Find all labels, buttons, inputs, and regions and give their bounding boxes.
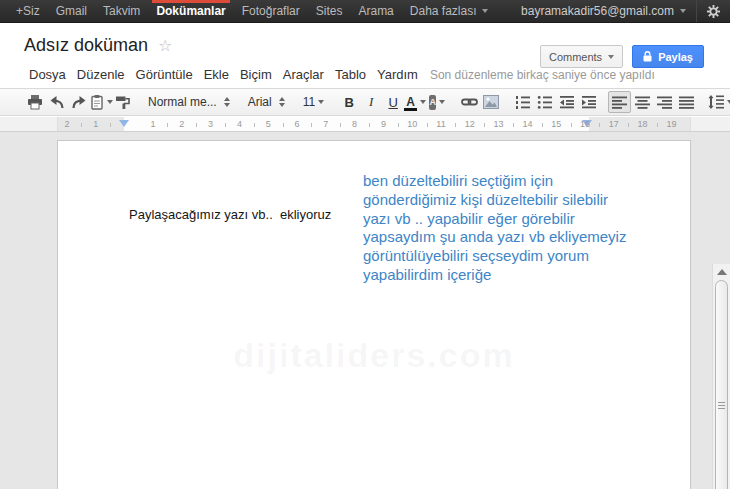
align-right-button[interactable] (653, 91, 675, 113)
blue-text-line-3: yapsaydım şu anda yazı vb ekliyemeyiz (363, 228, 626, 247)
justify-button[interactable] (675, 91, 697, 113)
alignment-group (608, 91, 697, 113)
comments-button-label: Comments (549, 51, 602, 63)
menu-item-3[interactable]: Ekle (199, 65, 234, 84)
last-edit-status: Son düzenleme birkaç saniye önce yapıldı (430, 68, 655, 82)
clipboard-icon (90, 94, 104, 110)
ruler-number: 14 (522, 119, 532, 129)
menu-item-6[interactable]: Tablo (330, 65, 371, 84)
link-icon (461, 96, 478, 108)
menu-item-7[interactable]: Yardım (372, 65, 423, 84)
settings-button[interactable] (696, 0, 730, 22)
ruler-tick (225, 123, 226, 127)
web-clipboard-button[interactable] (90, 91, 112, 113)
numbered-list-button[interactable] (512, 91, 534, 113)
align-center-button[interactable] (631, 91, 653, 113)
bulleted-list-button[interactable] (534, 91, 556, 113)
ruler-tick (196, 123, 197, 127)
account-menu[interactable]: bayramakadir56@gmail.com (511, 0, 696, 22)
watermark: dijitaliders.com (58, 336, 690, 375)
ruler-band[interactable]: 2112345678910111213141516171819 (57, 117, 691, 131)
text-color-dropdown-arrow[interactable] (420, 100, 426, 104)
left-indent-marker[interactable] (119, 120, 129, 127)
ruler-tick (369, 123, 370, 127)
scrollbar-thumb[interactable] (715, 280, 728, 489)
decrease-indent-button[interactable] (556, 91, 578, 113)
topbar-item-4[interactable]: Fotoğraflar (234, 0, 308, 22)
blue-text-line-2: yazı vb .. yapabilir eğer görebilir (363, 210, 626, 229)
topbar-item-1[interactable]: Gmail (48, 0, 95, 22)
ruler-number: 4 (237, 119, 242, 129)
undo-button[interactable] (46, 91, 68, 113)
line-spacing-button[interactable] (709, 91, 730, 113)
topbar-item-0[interactable]: +Siz (8, 0, 48, 22)
ruler-number: 6 (294, 119, 299, 129)
ruler-tick (599, 123, 600, 127)
blue-text-line-1: gönderdiğimiz kişi düzeltebilir silebili… (363, 191, 626, 210)
paint-format-button[interactable] (112, 91, 134, 113)
increase-indent-button[interactable] (578, 91, 600, 113)
ruler-tick (484, 123, 485, 127)
ruler-tick (283, 123, 284, 127)
blue-text-line-4: görüntülüyebiliri seçseydim yorum (363, 247, 626, 266)
vertical-scrollbar[interactable] (712, 264, 730, 489)
topbar-item-3[interactable]: Dokümanlar (148, 0, 233, 22)
topbar-item-5[interactable]: Sites (308, 0, 351, 22)
document-title[interactable]: Adsız doküman (24, 35, 148, 56)
topbar-item-7[interactable]: Daha fazlası (402, 0, 496, 22)
ruler-number: 1 (150, 119, 155, 129)
paint-format-icon (115, 95, 131, 110)
font-size-selector[interactable]: 11 (299, 91, 328, 113)
highlight-dropdown-arrow[interactable] (439, 100, 445, 104)
topbar-item-2[interactable]: Takvim (95, 0, 148, 22)
redo-button[interactable] (68, 91, 90, 113)
document-blue-text[interactable]: ben düzeltebiliri seçtiğim içingönderdiğ… (363, 172, 626, 285)
ruler-number: 9 (381, 119, 386, 129)
menu-item-1[interactable]: Düzenle (72, 65, 130, 84)
ruler-number: 12 (465, 119, 475, 129)
align-center-icon (635, 96, 650, 109)
document-page[interactable]: dijitaliders.com Paylaşacağımız yazı vb.… (57, 140, 691, 489)
topbar-item-6[interactable]: Arama (350, 0, 401, 22)
print-icon (27, 94, 43, 110)
paragraph-style-selector[interactable]: Normal me... (144, 91, 234, 113)
updown-arrows-icon (279, 97, 285, 107)
insert-link-button[interactable] (458, 91, 480, 113)
ruler-number: 10 (407, 119, 417, 129)
italic-label: I (369, 94, 373, 110)
undo-icon (49, 95, 65, 109)
blue-text-line-0: ben düzeltebiliri seçtiğim için (363, 172, 626, 191)
menu-item-4[interactable]: Biçim (235, 65, 277, 84)
insert-image-button[interactable] (480, 91, 502, 113)
ruler-number: 18 (638, 119, 648, 129)
document-header: Adsız doküman ☆ Comments Paylaş DosyaDüz… (0, 24, 730, 88)
menu-item-2[interactable]: Görüntüle (131, 65, 198, 84)
align-right-icon (657, 96, 672, 109)
underline-button[interactable]: U (382, 91, 404, 113)
italic-button[interactable]: I (360, 91, 382, 113)
ruler-tick (571, 123, 572, 127)
document-paragraph[interactable]: Paylaşacağımız yazı vb.. ekliyoruz (129, 207, 331, 222)
ruler-tick (110, 123, 111, 127)
ruler-tick (311, 123, 312, 127)
document-canvas-area: dijitaliders.com Paylaşacağımız yazı vb.… (0, 132, 730, 489)
menu-item-0[interactable]: Dosya (24, 65, 71, 84)
ruler-tick (455, 123, 456, 127)
ruler-number: 2 (179, 119, 184, 129)
print-button[interactable] (24, 91, 46, 113)
bulleted-list-icon (537, 95, 553, 109)
ruler-number: 16 (580, 119, 590, 129)
highlight-color-button[interactable]: A (426, 91, 448, 113)
ruler-number: 13 (494, 119, 504, 129)
bold-button[interactable]: B (338, 91, 360, 113)
menu-item-5[interactable]: Araçlar (278, 65, 329, 84)
scroll-up-arrow[interactable] (717, 269, 727, 275)
star-icon[interactable]: ☆ (158, 38, 172, 54)
blue-text-line-5: yapabilirdim içeriğe (363, 266, 626, 285)
align-left-button[interactable] (608, 91, 631, 113)
text-color-button[interactable]: A (404, 91, 426, 113)
font-selector[interactable]: Arial (244, 91, 289, 113)
ruler-number: 1 (93, 119, 98, 129)
font-size-dropdown-arrow (318, 100, 324, 104)
ruler-number: 17 (609, 119, 619, 129)
